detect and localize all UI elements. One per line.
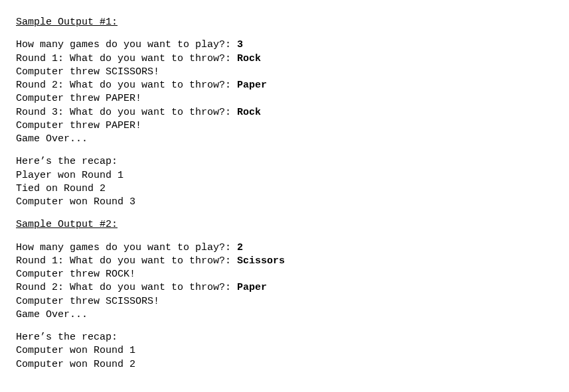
recap-line: Tied on Round 2 [16,182,553,196]
sample-heading: Sample Output #2: [16,218,553,231]
game-over: Game Over... [16,308,553,322]
round-result: Computer threw SCISSORS! [16,66,553,79]
round-prompt: Round 2: What do you want to throw?: [16,80,237,91]
round-prompt-line: Round 2: What do you want to throw?: Pap… [16,281,553,294]
round-prompt: Round 3: What do you want to throw?: [16,107,237,118]
round-input: Paper [237,282,267,293]
sample-2-recap: Here’s the recap: Computer won Round 1 C… [16,331,553,371]
round-result: Computer threw ROCK! [16,268,553,281]
sample-heading: Sample Output #1: [16,16,553,29]
round-result: Computer threw SCISSORS! [16,295,553,308]
round-prompt-line: Round 2: What do you want to throw?: Pap… [16,79,553,92]
round-prompt-line: Round 3: What do you want to throw?: Roc… [16,106,553,119]
recap-line: Player won Round 1 [16,169,553,182]
round-prompt: Round 2: What do you want to throw?: [16,282,237,293]
round-result: Computer threw PAPER! [16,92,553,105]
round-prompt-line: Round 1: What do you want to throw?: Roc… [16,52,553,66]
round-input: Paper [237,80,267,91]
games-prompt-line: How many games do you want to play?: 3 [16,38,553,52]
sample-1-body: How many games do you want to play?: 3 R… [16,38,553,146]
round-input: Scissors [237,255,285,267]
games-input: 2 [237,242,243,253]
recap-heading: Here’s the recap: [16,331,553,344]
sample-1-recap: Here’s the recap: Player won Round 1 Tie… [16,155,553,209]
games-prompt: How many games do you want to play?: [16,39,237,50]
recap-line: Computer won Round 2 [16,358,553,371]
round-result: Computer threw PAPER! [16,119,553,133]
game-over: Game Over... [16,133,553,146]
round-prompt-line: Round 1: What do you want to throw?: Sci… [16,255,553,268]
round-prompt: Round 1: What do you want to throw?: [16,53,237,64]
recap-line: Computer won Round 1 [16,344,553,358]
round-prompt: Round 1: What do you want to throw?: [16,255,237,267]
games-input: 3 [237,39,243,50]
round-input: Rock [237,107,261,118]
sample-2-body: How many games do you want to play?: 2 R… [16,241,553,322]
games-prompt-line: How many games do you want to play?: 2 [16,241,553,255]
round-input: Rock [237,53,261,64]
recap-line: Computer won Round 3 [16,196,553,209]
recap-heading: Here’s the recap: [16,155,553,168]
games-prompt: How many games do you want to play?: [16,242,237,253]
